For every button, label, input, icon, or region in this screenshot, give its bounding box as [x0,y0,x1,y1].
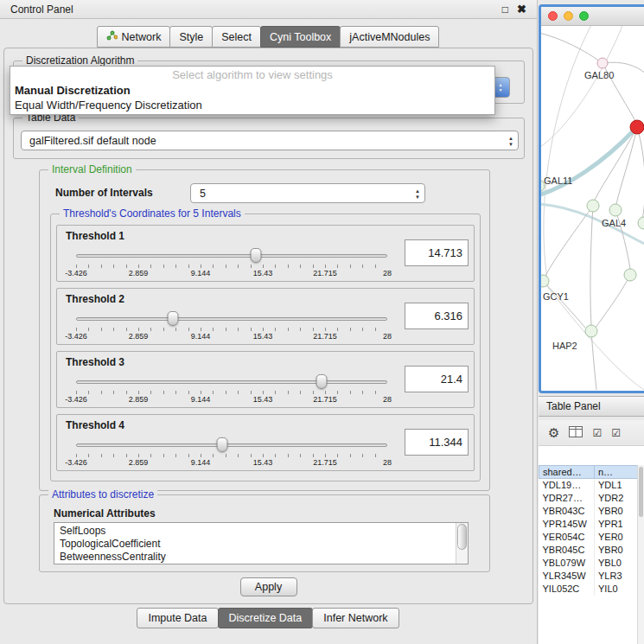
network-edge [541,33,603,63]
table-row[interactable]: YBR045CYBR0 [539,544,644,557]
threshold-value-field[interactable]: 14.713 [405,239,469,266]
slider-thumb[interactable] [217,437,228,452]
threshold-value-field[interactable]: 21.4 [405,366,469,392]
algorithm-option[interactable]: Equal Width/Frequency Discretization [10,98,494,112]
table-row[interactable]: YER054CYER0 [539,531,644,544]
slider-track[interactable] [76,380,387,384]
tab-style[interactable]: Style [169,26,213,48]
algorithm-placeholder-option[interactable]: Select algorithm to view settings [10,67,494,83]
table-toolbar: ⚙ ☑ ☑ [539,420,644,446]
threshold-1-slider[interactable]: -3.4262.8599.14415.4321.71528 [76,247,387,280]
tab-label: Cyni Toolbox [270,31,331,43]
network-node[interactable] [624,269,636,281]
list-item[interactable]: TopologicalCoefficient [54,538,468,551]
numerical-attributes-list[interactable]: SelfLoopsTopologicalCoefficientBetweenne… [54,522,469,564]
tab-select[interactable]: Select [212,26,261,48]
control-panel-titlebar: Control Panel □ ✖ [0,0,537,19]
list-scrollbar[interactable] [456,523,468,564]
tick-label: -3.426 [65,458,87,467]
threshold-4-slider[interactable]: -3.4262.8599.14415.4321.71528 [76,437,387,469]
table-panel-window: ⚙ ☑ ☑ shared… n… YDL19…YDL1YDR27…YDR2YBR… [539,420,644,644]
network-edge [596,275,630,328]
float-window-icon[interactable]: □ [502,3,508,16]
tick-label: 2.859 [129,332,149,341]
network-node[interactable] [609,204,622,216]
tab-impute-data[interactable]: Impute Data [137,608,218,628]
slider-tick-marks [76,454,387,457]
numerical-attributes-label: Numerical Attributes [54,507,156,520]
network-canvas[interactable]: GAL80GAL11GAL4GCY1HAP2 [541,26,644,390]
slider-track[interactable] [76,443,387,447]
network-node[interactable] [585,325,597,337]
network-node[interactable] [541,275,549,287]
scrollbar-thumb[interactable] [639,467,643,517]
node-attribute-table: shared… n… YDL19…YDL1YDR27…YDR2YBR043CYB… [539,465,644,596]
table-row[interactable]: YBL079WYBL0 [539,557,644,570]
threshold-value-field[interactable]: 6.316 [405,303,469,329]
list-item[interactable]: BetweennessCentrality [54,551,468,564]
threshold-3-slider[interactable]: -3.4262.8599.14415.4321.71528 [76,373,387,406]
minimize-traffic-light-icon[interactable] [564,11,573,21]
table-data-select[interactable]: galFiltered.sif default node ▲▼ [21,131,519,150]
slider-track[interactable] [76,317,387,321]
group-label: Discretization Algorithm [22,54,137,67]
list-item[interactable]: SelfLoops [54,523,468,538]
number-of-intervals-select[interactable]: 5 ▲▼ [190,183,425,203]
tab-cyni-toolbox[interactable]: Cyni Toolbox [260,26,341,48]
slider-track[interactable] [76,254,387,258]
table-row[interactable]: YIL052CYIL0 [539,583,644,596]
table-scrollbar[interactable] [637,465,644,644]
threshold-2-slider[interactable]: -3.4262.8599.14415.4321.71528 [76,310,387,343]
scrollbar-thumb[interactable] [457,524,467,550]
tab-infer-network[interactable]: Infer Network [312,608,399,628]
tick-label: 21.715 [313,395,337,404]
close-icon[interactable]: ✖ [517,3,526,16]
table-row[interactable]: YPR145WYPR1 [539,518,644,531]
network-edge [637,127,644,220]
table-row[interactable]: YDL19…YDL1 [539,479,644,492]
tab-network[interactable]: Network [97,26,171,48]
threshold-2-panel: Threshold 2 -3.4262.8599.14415.4321.7152… [56,288,475,345]
top-tab-bar: Network Style Select Cyni Toolbox jActiv… [0,26,537,48]
network-node-label: GCY1 [543,291,569,302]
network-edge [544,26,593,285]
tick-label: 28 [383,395,392,404]
select-none-checkbox-icon[interactable]: ☑ [611,427,621,439]
network-edge [590,206,593,325]
column-header-shared-name[interactable]: shared… [539,466,595,479]
tick-label: 21.715 [313,269,337,277]
table-row[interactable]: YLR345WYLR3 [539,570,644,583]
network-node-label: GAL80 [584,70,614,80]
gear-icon[interactable]: ⚙ [548,425,559,441]
tick-label: 21.715 [313,458,337,467]
network-node[interactable] [587,200,599,212]
slider-thumb[interactable] [250,248,261,263]
table-row[interactable]: YBR043CYBR0 [539,505,644,518]
combo-stepper-icon[interactable]: ▲▼ [508,135,513,146]
slider-thumb[interactable] [167,311,178,326]
apply-button[interactable]: Apply [240,577,297,596]
number-of-intervals-value: 5 [200,188,206,200]
tick-label: -3.426 [65,395,87,404]
thresholds-group: Threshold's Coordinates for 5 Intervals … [50,214,481,481]
combo-stepper-icon[interactable]: ▲▼ [415,188,420,199]
network-node[interactable] [597,58,608,68]
tab-discretize-data[interactable]: Discretize Data [218,608,314,628]
slider-tick-marks [76,328,387,331]
columns-icon[interactable] [569,425,583,441]
slider-tick-marks [76,391,387,394]
select-all-checkbox-icon[interactable]: ☑ [592,427,602,439]
threshold-value-field[interactable]: 11.344 [405,429,469,456]
zoom-traffic-light-icon[interactable] [579,11,589,21]
slider-thumb[interactable] [316,374,328,389]
network-node[interactable] [630,120,644,134]
list-items: SelfLoopsTopologicalCoefficientBetweenne… [54,523,468,564]
close-traffic-light-icon[interactable] [548,11,558,21]
network-window-titlebar [541,7,644,26]
algorithm-option[interactable]: Manual Discretization [10,83,494,98]
tab-jactivemnodules[interactable]: jActiveMNodules [340,26,439,48]
slider-tick-labels: -3.4262.8599.14415.4321.71528 [76,395,387,405]
network-node[interactable] [638,217,644,229]
table-row[interactable]: YDR27…YDR2 [539,492,644,505]
slider-tick-marks [76,265,387,268]
